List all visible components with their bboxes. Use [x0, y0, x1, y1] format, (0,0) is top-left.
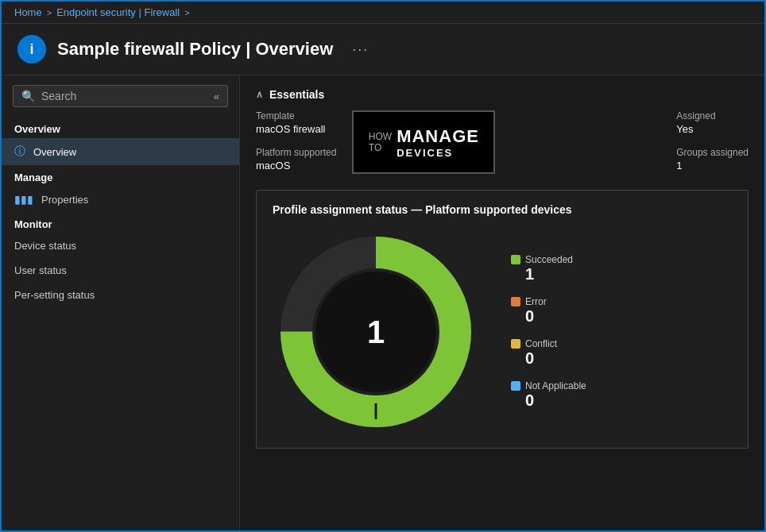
properties-icon: ▮▮▮	[14, 193, 33, 206]
platform-label: Platform supported	[256, 147, 336, 158]
brand-logo: HOW TO MANAGE DEVICES	[352, 110, 495, 174]
groups-value: 1	[676, 160, 682, 172]
platform-field: Platform supported macOS	[256, 147, 336, 172]
legend-label-0: Succeeded	[511, 254, 586, 265]
chart-content: 1 Succeeded 1 Error 0 Conflict 0 Not App…	[273, 229, 732, 435]
template-value: macOS firewall	[256, 123, 325, 135]
legend-label-3: Not Applicable	[511, 380, 586, 391]
template-label: Template	[256, 110, 336, 121]
brand-to: TO	[369, 142, 392, 153]
overview-icon: ⓘ	[14, 145, 25, 159]
sidebar-device-status-label: Device status	[14, 240, 76, 252]
brand-manage: MANAGE	[397, 126, 479, 147]
page-title: Sample firewall Policy | Overview	[57, 39, 333, 60]
header-menu-button[interactable]: ···	[352, 41, 369, 58]
legend-dot-1	[511, 297, 520, 306]
search-icon: 🔍	[21, 90, 35, 102]
breadcrumb: Home > Endpoint security | Firewall >	[2, 2, 764, 24]
groups-label: Groups assigned	[676, 147, 749, 158]
sidebar-overview-label: Overview	[33, 146, 76, 158]
legend-value-3: 0	[525, 391, 586, 410]
sidebar: 🔍 « Overview ⓘ Overview Manage ▮▮▮ Prope…	[2, 75, 240, 532]
legend-value-2: 0	[525, 349, 586, 368]
groups-field: Groups assigned 1	[676, 147, 749, 172]
assigned-label: Assigned	[676, 110, 749, 121]
sidebar-per-setting-label: Per-setting status	[14, 289, 95, 301]
legend-dot-0	[511, 255, 520, 264]
donut-chart: 1	[273, 229, 479, 435]
legend-item-2: Conflict 0	[511, 338, 586, 368]
sidebar-section-overview: Overview	[2, 117, 239, 138]
breadcrumb-sep1: >	[47, 8, 52, 17]
content-area: ∧ Essentials Template macOS firewall Pla…	[240, 75, 764, 532]
essentials-chevron-icon: ∧	[256, 89, 263, 100]
breadcrumb-home[interactable]: Home	[14, 6, 42, 18]
sidebar-properties-label: Properties	[41, 194, 88, 206]
essentials-right-col: Assigned Yes Groups assigned 1	[676, 110, 749, 172]
legend-dot-3	[511, 381, 520, 391]
legend-label-2: Conflict	[511, 338, 586, 349]
legend-item-1: Error 0	[511, 296, 586, 326]
sidebar-user-status-label: User status	[14, 264, 67, 276]
legend-item-3: Not Applicable 0	[511, 380, 586, 410]
legend-value-0: 1	[525, 265, 586, 283]
breadcrumb-sep2: >	[184, 8, 189, 17]
brand-devices: DEVICES	[397, 147, 479, 159]
assigned-value: Yes	[676, 123, 693, 135]
breadcrumb-endpoint[interactable]: Endpoint security | Firewall	[56, 6, 180, 18]
essentials-left-col: Template macOS firewall Platform support…	[256, 110, 336, 172]
assigned-field: Assigned Yes	[676, 110, 749, 136]
header-info-icon: i	[17, 35, 46, 64]
sidebar-item-device-status[interactable]: Device status	[2, 233, 239, 258]
main-layout: 🔍 « Overview ⓘ Overview Manage ▮▮▮ Prope…	[2, 75, 764, 532]
chart-title: Profile assignment status — Platform sup…	[273, 203, 732, 216]
template-field: Template macOS firewall	[256, 110, 336, 136]
sidebar-item-properties[interactable]: ▮▮▮ Properties	[2, 187, 239, 212]
collapse-button[interactable]: «	[214, 91, 219, 102]
platform-value: macOS	[256, 160, 290, 172]
chart-section: Profile assignment status — Platform sup…	[256, 190, 749, 449]
legend-dot-2	[511, 339, 520, 349]
sidebar-item-overview[interactable]: ⓘ Overview	[2, 138, 239, 165]
essentials-header: ∧ Essentials	[256, 88, 749, 101]
search-input[interactable]	[41, 90, 207, 102]
legend-item-0: Succeeded 1	[511, 254, 586, 283]
sidebar-section-monitor: Monitor	[2, 212, 239, 233]
essentials-grid: Template macOS firewall Platform support…	[256, 110, 749, 174]
sidebar-section-manage: Manage	[2, 165, 239, 187]
sidebar-item-user-status[interactable]: User status	[2, 258, 239, 283]
donut-center-value: 1	[367, 314, 385, 350]
chart-legend: Succeeded 1 Error 0 Conflict 0 Not Appli…	[511, 254, 586, 410]
essentials-title: Essentials	[269, 88, 324, 101]
search-box[interactable]: 🔍 «	[13, 85, 228, 107]
brand-how: HOW	[369, 131, 392, 142]
legend-label-1: Error	[511, 296, 586, 307]
page-header: i Sample firewall Policy | Overview ···	[2, 24, 764, 75]
legend-value-1: 0	[525, 307, 586, 326]
sidebar-item-per-setting[interactable]: Per-setting status	[2, 283, 239, 307]
